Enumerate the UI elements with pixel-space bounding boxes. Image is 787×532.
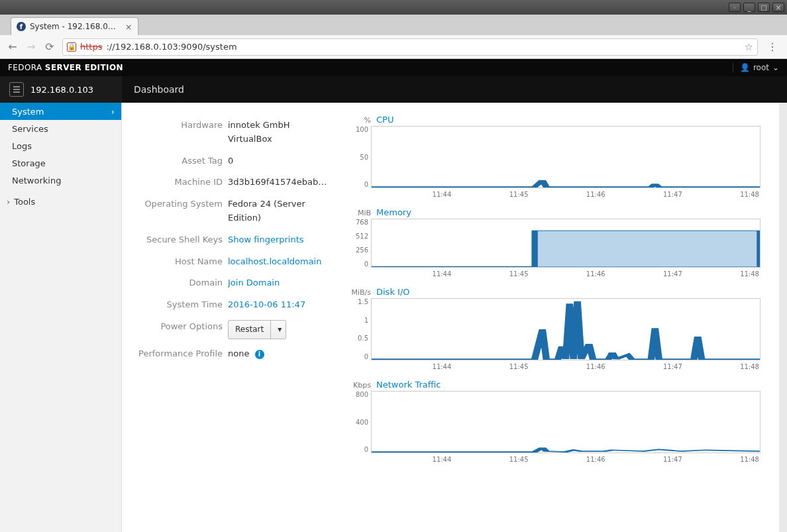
- browser-tab[interactable]: f System - 192.168.0… ×: [11, 17, 138, 35]
- mem-plot[interactable]: [371, 219, 761, 268]
- browser-chrome: f System - 192.168.0… × ← → ⟳ 🔒 https://…: [0, 15, 787, 532]
- ytick: 100: [356, 126, 368, 133]
- xtick: 11:47: [663, 191, 682, 198]
- perf-value: none i: [228, 347, 327, 361]
- cpu-unit: %: [347, 116, 371, 125]
- sidebar-item-label: System: [12, 107, 44, 117]
- user-indicator-button[interactable]: ◦: [729, 3, 741, 12]
- mem-title-link[interactable]: Memory: [376, 207, 411, 217]
- sidebar-item-label: Networking: [12, 176, 61, 186]
- ssh-fingerprints-link[interactable]: Show fingerprints: [228, 233, 327, 247]
- breadcrumb[interactable]: Dashboard: [122, 84, 196, 95]
- join-domain-link[interactable]: Join Domain: [228, 276, 327, 290]
- hostname-link[interactable]: localhost.localdomain: [228, 255, 327, 269]
- xtick: 11:46: [586, 363, 605, 370]
- sidebar-group-tools[interactable]: Tools: [0, 193, 121, 210]
- sidebar-item-system[interactable]: System: [0, 103, 121, 120]
- user-menu[interactable]: 👤 root ⌄: [733, 63, 779, 72]
- sidebar-item-label: Logs: [12, 141, 32, 151]
- charts: % CPU 100 50 0: [347, 115, 761, 520]
- xtick: 11:44: [433, 456, 452, 463]
- xtick: 11:44: [433, 191, 452, 198]
- reload-button[interactable]: ⟳: [44, 40, 56, 53]
- chevron-down-icon: ⌄: [772, 63, 779, 72]
- xtick: 11:45: [509, 456, 529, 463]
- domain-label: Domain: [122, 276, 228, 290]
- app-body: System Services Logs Storage Networking …: [0, 103, 787, 532]
- machineid-value: 3d3b169f41574ebab…: [228, 176, 327, 189]
- os-titlebar: ◦ _ □ ×: [0, 0, 787, 15]
- time-label: System Time: [122, 298, 228, 312]
- sidebar-item-services[interactable]: Services: [0, 120, 121, 137]
- disk-title-link[interactable]: Disk I/O: [376, 287, 410, 297]
- sidebar-item-networking[interactable]: Networking: [0, 172, 121, 189]
- window-minimize-button[interactable]: _: [743, 3, 755, 12]
- host-bar: 192.168.0.103 Dashboard: [0, 76, 787, 103]
- brand-bold: SERVER EDITION: [45, 63, 123, 72]
- server-icon: [9, 82, 24, 97]
- disk-unit: MiB/s: [347, 288, 371, 297]
- ytick: 1: [364, 317, 368, 324]
- system-time-link[interactable]: 2016-10-06 11:47: [228, 298, 327, 312]
- net-xaxis: . 11:44 11:45 11:46 11:47 11:48: [371, 453, 761, 463]
- insecure-lock-icon: 🔒: [67, 42, 76, 52]
- ytick: 1.5: [358, 298, 368, 305]
- power-dropdown-button[interactable]: ▾: [271, 321, 286, 339]
- perf-label: Performance Profile: [122, 347, 228, 361]
- ytick: 0: [364, 446, 368, 453]
- ytick: 256: [356, 246, 368, 254]
- tab-close-button[interactable]: ×: [125, 22, 132, 32]
- machineid-label: Machine ID: [122, 176, 228, 189]
- cpu-plot[interactable]: [371, 126, 761, 188]
- hostname-label: Host Name: [122, 255, 228, 269]
- xtick: 11:46: [586, 456, 605, 463]
- sidebar-item-label: Storage: [12, 158, 46, 168]
- address-bar[interactable]: 🔒 https://192.168.0.103:9090/system ☆: [62, 38, 758, 56]
- mem-xaxis: . 11:44 11:45 11:46 11:47 11:48: [371, 268, 761, 278]
- xtick: 11:44: [433, 270, 452, 278]
- browser-toolbar: ← → ⟳ 🔒 https://192.168.0.103:9090/syste…: [0, 35, 787, 59]
- window-maximize-button[interactable]: □: [758, 3, 770, 12]
- hardware-value: innotek GmbH VirtualBox: [228, 119, 327, 146]
- power-label: Power Options: [122, 320, 228, 334]
- ytick: 800: [356, 391, 368, 398]
- fedora-favicon-icon: f: [17, 22, 26, 31]
- disk-plot[interactable]: [371, 298, 761, 360]
- sidebar: System Services Logs Storage Networking …: [0, 103, 122, 532]
- forward-button[interactable]: →: [25, 40, 37, 53]
- sidebar-item-storage[interactable]: Storage: [0, 154, 121, 172]
- chart-memory: MiB Memory 768 512 256 0: [347, 207, 761, 278]
- xtick: 11:48: [740, 191, 759, 198]
- disk-xaxis: . 11:44 11:45 11:46 11:47 11:48: [371, 360, 761, 370]
- ytick: 0.5: [358, 335, 368, 342]
- disk-yaxis: 1.5 1 0.5 0: [347, 298, 371, 360]
- sidebar-item-logs[interactable]: Logs: [0, 137, 121, 154]
- host-ip: 192.168.0.103: [30, 85, 93, 95]
- browser-tabstrip: f System - 192.168.0… ×: [0, 15, 787, 35]
- xtick: 11:45: [509, 270, 529, 278]
- restart-button[interactable]: Restart: [229, 321, 271, 339]
- perf-text: none: [228, 348, 249, 358]
- host-switcher[interactable]: 192.168.0.103: [0, 76, 122, 103]
- net-yaxis: 800 400 0: [347, 391, 371, 453]
- net-title-link[interactable]: Network Traffic: [376, 380, 441, 390]
- chart-cpu: % CPU 100 50 0: [347, 115, 761, 198]
- xtick: 11:48: [740, 456, 759, 463]
- back-button[interactable]: ←: [7, 40, 19, 53]
- brand-bar: FEDORA SERVER EDITION 👤 root ⌄: [0, 59, 787, 76]
- ssh-label: Secure Shell Keys: [122, 233, 228, 247]
- assettag-label: Asset Tag: [122, 154, 228, 168]
- cpu-yaxis: 100 50 0: [347, 126, 371, 188]
- bookmark-star-icon[interactable]: ☆: [745, 41, 753, 53]
- user-icon: 👤: [740, 63, 750, 72]
- tab-title: System - 192.168.0…: [30, 22, 116, 31]
- net-plot[interactable]: [371, 391, 761, 453]
- os-window: ◦ _ □ × f System - 192.168.0… × ← → ⟳ 🔒 …: [0, 0, 787, 532]
- cpu-title-link[interactable]: CPU: [376, 115, 394, 125]
- window-close-button[interactable]: ×: [772, 3, 784, 12]
- xtick: 11:45: [509, 191, 529, 198]
- os-value: Fedora 24 (Server Edition): [228, 197, 327, 225]
- power-value: Restart ▾: [228, 320, 327, 339]
- browser-menu-button[interactable]: ⋮: [764, 40, 780, 53]
- info-icon[interactable]: i: [255, 350, 264, 359]
